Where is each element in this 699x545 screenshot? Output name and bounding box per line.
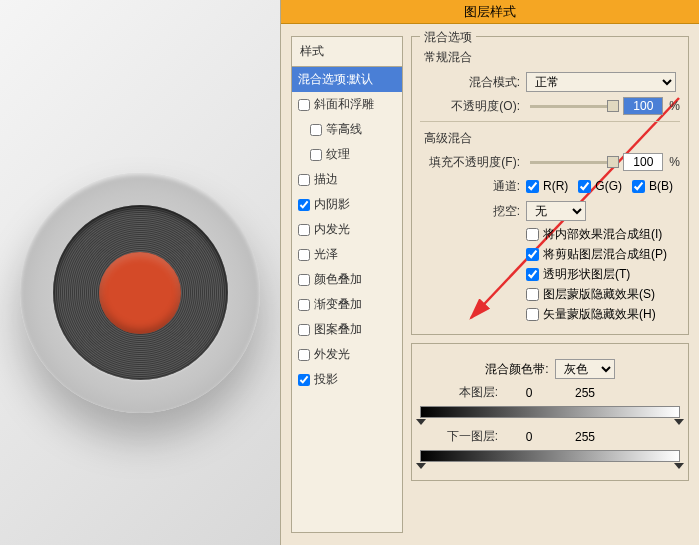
extra-option-0[interactable]: 将内部效果混合成组(I) (526, 226, 680, 243)
style-label: 等高线 (326, 121, 362, 138)
styles-list: 样式 混合选项:默认斜面和浮雕等高线纹理描边内阴影内发光光泽颜色叠加渐变叠加图案… (291, 36, 403, 533)
style-label: 渐变叠加 (314, 296, 362, 313)
disc-shape (53, 205, 228, 380)
style-item-pattern-overlay[interactable]: 图案叠加 (292, 317, 402, 342)
this-layer-label: 本图层: (420, 384, 498, 401)
style-item-gradient-overlay[interactable]: 渐变叠加 (292, 292, 402, 317)
under-low: 0 (504, 430, 554, 444)
style-item-bevel[interactable]: 斜面和浮雕 (292, 92, 402, 117)
under-layer-label: 下一图层: (420, 428, 498, 445)
style-label: 投影 (314, 371, 338, 388)
extra-checkbox[interactable] (526, 288, 539, 301)
under-layer-gradient[interactable] (420, 450, 680, 462)
fill-unit: % (669, 155, 680, 169)
blend-options-group: 混合选项 常规混合 混合模式: 正常 不透明度(O): % 高级混 (411, 36, 689, 335)
styles-header: 样式 (292, 37, 402, 67)
opacity-label: 不透明度(O): (420, 98, 520, 115)
extra-option-2[interactable]: 透明形状图层(T) (526, 266, 680, 283)
channel-G(G)[interactable]: G(G) (578, 179, 622, 193)
channel-checkbox[interactable] (526, 180, 539, 193)
style-label: 纹理 (326, 146, 350, 163)
extra-checkbox[interactable] (526, 308, 539, 321)
style-label: 内阴影 (314, 196, 350, 213)
style-item-drop-shadow[interactable]: 投影 (292, 367, 402, 392)
extra-option-1[interactable]: 将剪贴图层混合成组(P) (526, 246, 680, 263)
channel-R(R)[interactable]: R(R) (526, 179, 568, 193)
style-checkbox-stroke[interactable] (298, 174, 310, 186)
extra-checkbox[interactable] (526, 268, 539, 281)
style-item-inner-glow[interactable]: 内发光 (292, 217, 402, 242)
blendif-label: 混合颜色带: (485, 361, 548, 378)
this-high: 255 (560, 386, 610, 400)
this-layer-gradient[interactable] (420, 406, 680, 418)
style-item-blend-default[interactable]: 混合选项:默认 (292, 67, 402, 92)
style-checkbox-texture[interactable] (310, 149, 322, 161)
style-checkbox-pattern-overlay[interactable] (298, 324, 310, 336)
style-item-stroke[interactable]: 描边 (292, 167, 402, 192)
style-item-satin[interactable]: 光泽 (292, 242, 402, 267)
style-checkbox-contour[interactable] (310, 124, 322, 136)
blend-mode-select[interactable]: 正常 (526, 72, 676, 92)
fill-slider[interactable] (530, 161, 613, 164)
style-checkbox-drop-shadow[interactable] (298, 374, 310, 386)
style-item-outer-glow[interactable]: 外发光 (292, 342, 402, 367)
style-label: 描边 (314, 171, 338, 188)
extra-label: 图层蒙版隐藏效果(S) (543, 286, 655, 303)
fill-label: 填充不透明度(F): (420, 154, 520, 171)
style-item-color-overlay[interactable]: 颜色叠加 (292, 267, 402, 292)
under-high: 255 (560, 430, 610, 444)
extra-label: 将剪贴图层混合成组(P) (543, 246, 667, 263)
channel-B(B)[interactable]: B(B) (632, 179, 673, 193)
blendif-select[interactable]: 灰色 (555, 359, 615, 379)
extra-checkbox[interactable] (526, 248, 539, 261)
style-item-inner-shadow[interactable]: 内阴影 (292, 192, 402, 217)
dialog-title: 图层样式 (281, 0, 699, 24)
canvas-preview (0, 0, 280, 545)
opacity-slider[interactable] (530, 105, 613, 108)
channel-label: R(R) (543, 179, 568, 193)
knockout-select[interactable]: 无 (526, 201, 586, 221)
opacity-input[interactable] (623, 97, 663, 115)
knockout-label: 挖空: (420, 203, 520, 220)
channel-checkbox[interactable] (578, 180, 591, 193)
channel-label: 通道: (420, 178, 520, 195)
channel-label: G(G) (595, 179, 622, 193)
extra-checkbox[interactable] (526, 228, 539, 241)
style-checkbox-bevel[interactable] (298, 99, 310, 111)
layer-style-dialog: 图层样式 样式 混合选项:默认斜面和浮雕等高线纹理描边内阴影内发光光泽颜色叠加渐… (280, 0, 699, 545)
style-label: 光泽 (314, 246, 338, 263)
blend-mode-label: 混合模式: (420, 74, 520, 91)
advanced-title: 高级混合 (424, 130, 680, 147)
style-checkbox-color-overlay[interactable] (298, 274, 310, 286)
style-checkbox-gradient-overlay[interactable] (298, 299, 310, 311)
style-checkbox-inner-shadow[interactable] (298, 199, 310, 211)
style-label: 图案叠加 (314, 321, 362, 338)
style-item-contour[interactable]: 等高线 (292, 117, 402, 142)
group-title-blend: 混合选项 (420, 29, 476, 46)
style-label: 内发光 (314, 221, 350, 238)
style-label: 混合选项:默认 (298, 71, 373, 88)
record-button-shape (20, 173, 260, 413)
general-title: 常规混合 (424, 49, 680, 66)
style-checkbox-outer-glow[interactable] (298, 349, 310, 361)
extra-option-3[interactable]: 图层蒙版隐藏效果(S) (526, 286, 680, 303)
style-checkbox-inner-glow[interactable] (298, 224, 310, 236)
style-label: 斜面和浮雕 (314, 96, 374, 113)
advanced-blend-section: 高级混合 填充不透明度(F): % 通道: R(R)G(G)B(B) 挖空: 无 (420, 121, 680, 323)
style-item-texture[interactable]: 纹理 (292, 142, 402, 167)
opacity-unit: % (669, 99, 680, 113)
extra-option-4[interactable]: 矢量蒙版隐藏效果(H) (526, 306, 680, 323)
red-center-shape (99, 252, 181, 334)
general-blend-section: 常规混合 混合模式: 正常 不透明度(O): % (420, 49, 680, 115)
channel-label: B(B) (649, 179, 673, 193)
style-label: 外发光 (314, 346, 350, 363)
extra-label: 透明形状图层(T) (543, 266, 630, 283)
style-label: 颜色叠加 (314, 271, 362, 288)
extra-label: 将内部效果混合成组(I) (543, 226, 662, 243)
extra-label: 矢量蒙版隐藏效果(H) (543, 306, 656, 323)
options-panel: 混合选项 常规混合 混合模式: 正常 不透明度(O): % 高级混 (411, 36, 689, 533)
this-low: 0 (504, 386, 554, 400)
channel-checkbox[interactable] (632, 180, 645, 193)
fill-input[interactable] (623, 153, 663, 171)
style-checkbox-satin[interactable] (298, 249, 310, 261)
